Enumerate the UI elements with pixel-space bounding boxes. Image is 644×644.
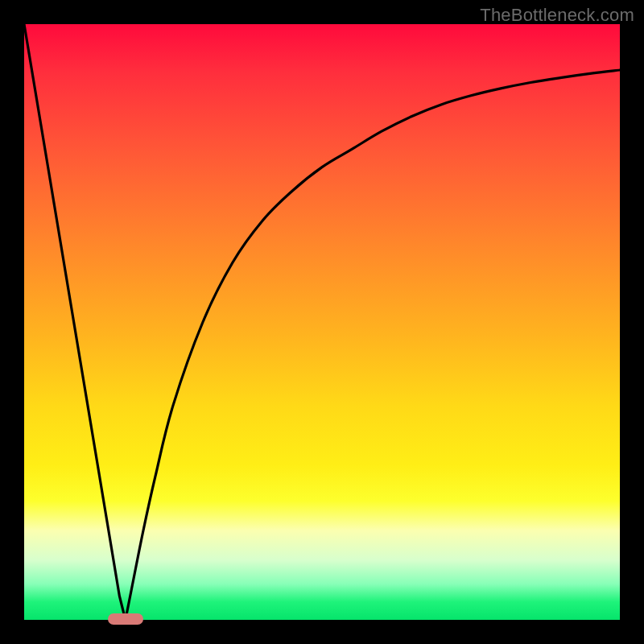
plot-area [24, 24, 620, 620]
watermark-text: TheBottleneck.com [480, 5, 634, 26]
curve-layer [24, 24, 620, 620]
chart-frame: TheBottleneck.com [0, 0, 644, 644]
curve-right-branch [126, 70, 620, 620]
curve-left-branch [24, 24, 126, 620]
trough-marker [108, 613, 143, 625]
